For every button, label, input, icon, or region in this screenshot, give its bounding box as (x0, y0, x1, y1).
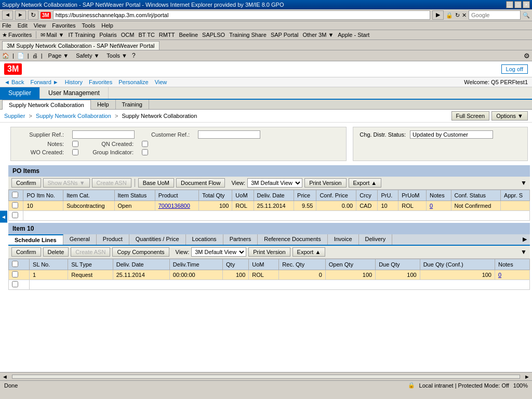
fav-favorites[interactable]: ★ Favorites (2, 32, 32, 38)
breadcrumb-supplier[interactable]: Supplier (4, 113, 25, 119)
detail-create-asn-button[interactable]: Create ASN (71, 247, 110, 257)
detail-tab-locations[interactable]: Locations (186, 234, 223, 245)
fav-mail[interactable]: ✉ Mail ▼ (41, 32, 64, 38)
detail-notes-cell[interactable]: 0 (495, 270, 529, 280)
page-icon[interactable]: 📄 (17, 52, 24, 59)
full-screen-button[interactable]: Full Screen (451, 111, 490, 121)
po-show-asns-button[interactable]: Show ASNs ▼ (43, 178, 90, 188)
detail-filter-icon[interactable]: ▼ (521, 248, 527, 256)
menu-edit[interactable]: Edit (18, 22, 28, 29)
horizontal-scrollbar[interactable]: ◄ ► (0, 372, 532, 380)
nav-back[interactable]: ◄ Back (4, 79, 24, 85)
options-button[interactable]: Options ▼ (491, 111, 528, 121)
nav-favorites[interactable]: Favorites (89, 79, 112, 85)
po-notes-cell[interactable]: 0 (427, 201, 451, 211)
po-base-uom-button[interactable]: Base UoM (138, 178, 174, 188)
menu-tools[interactable]: Tools (82, 22, 96, 29)
qn-created-checkbox[interactable] (142, 141, 148, 147)
detail-tab-product[interactable]: Product (97, 234, 129, 245)
detail-export-button[interactable]: Export ▲ (292, 247, 326, 257)
wo-created-checkbox[interactable] (72, 149, 78, 155)
po-product-cell[interactable]: 7000136800 (155, 201, 198, 211)
scroll-right-btn[interactable]: ► (522, 374, 532, 380)
left-nav-arrow[interactable]: ◄ (0, 211, 7, 223)
detail-print-version-button[interactable]: Print Version (248, 247, 290, 257)
po-row-checkbox[interactable] (12, 202, 18, 208)
fav-bt-tc[interactable]: BT TC (138, 32, 154, 38)
browser-tab[interactable]: 3M Supply Network Collaboration - SAP Ne… (2, 41, 159, 50)
subtab-help[interactable]: Help (91, 100, 116, 109)
fav-it-training[interactable]: IT Training (68, 32, 95, 38)
nav-history[interactable]: History (65, 79, 83, 85)
po-view-select[interactable]: 3M Default View (247, 178, 302, 188)
tab-supplier[interactable]: Supplier (0, 87, 40, 99)
fav-training-share[interactable]: Training Share (229, 32, 267, 38)
detail-empty-checkbox[interactable] (12, 281, 18, 287)
tools-btn[interactable]: Tools ▼ (104, 51, 130, 60)
gear-icon[interactable]: ⚙ (524, 52, 530, 60)
fav-ocm[interactable]: OCM (121, 32, 135, 38)
menu-view[interactable]: View (34, 22, 46, 29)
nav-forward[interactable]: Forward ► (30, 79, 58, 85)
detail-tab-general[interactable]: General (63, 234, 97, 245)
fav-rmtt[interactable]: RMTT (159, 32, 175, 38)
tab-user-management[interactable]: User Management (40, 87, 109, 99)
address-input[interactable] (53, 10, 430, 20)
group-indicator-checkbox[interactable] (142, 149, 148, 155)
detail-row-checkbox[interactable] (12, 271, 18, 277)
page-menu-btn[interactable]: Page ▼ (46, 51, 72, 60)
nav-personalize[interactable]: Personalize (118, 79, 148, 85)
fav-beeline[interactable]: Beeline (179, 32, 198, 38)
po-export-button[interactable]: Export ▲ (349, 178, 382, 188)
restore-button[interactable]: □ (514, 1, 522, 8)
refresh-button[interactable]: ↻ (28, 10, 38, 20)
print-icon[interactable]: 🖨 (32, 52, 38, 59)
search-icon[interactable]: 🔍 (523, 12, 530, 19)
close-button[interactable]: × (523, 1, 530, 8)
detail-tab-quantities[interactable]: Quantities / Price (129, 234, 186, 245)
detail-confirm-button[interactable]: Confirm (11, 247, 41, 257)
fav-sap-portal[interactable]: SAP Portal (271, 32, 299, 38)
subtab-training[interactable]: Training (116, 100, 149, 109)
detail-tab-arrow[interactable]: ▶ (520, 234, 530, 245)
fav-other-3m[interactable]: Other 3M ▼ (302, 32, 334, 38)
back-button[interactable]: ◄ (2, 10, 13, 20)
browser-window-controls[interactable]: _ □ × (506, 1, 530, 8)
detail-tab-invoice[interactable]: Invoice (328, 234, 359, 245)
supplier-ref-input[interactable] (72, 130, 135, 139)
detail-tab-partners[interactable]: Partners (223, 234, 258, 245)
po-filter-icon[interactable]: ▼ (521, 179, 527, 187)
fav-saplso[interactable]: SAPLSO (202, 32, 225, 38)
go-button[interactable]: ▶ (432, 10, 444, 20)
home-icon[interactable]: 🏠 (2, 52, 9, 59)
detail-delete-button[interactable]: Delete (43, 247, 69, 257)
menu-file[interactable]: File (2, 22, 11, 29)
detail-select-all[interactable] (12, 261, 18, 267)
safety-btn[interactable]: Safety ▼ (73, 51, 102, 60)
detail-copy-components-button[interactable]: Copy Components (112, 247, 169, 257)
subtab-snc[interactable]: Supply Network Collaboration (2, 100, 91, 110)
po-confirm-button[interactable]: Confirm (11, 178, 41, 188)
po-select-all-checkbox[interactable] (12, 192, 18, 198)
menu-help[interactable]: Help (101, 22, 113, 29)
stop-icon[interactable]: ✕ (462, 12, 467, 19)
fav-apple-start[interactable]: Apple - Start (338, 32, 369, 38)
customer-ref-input[interactable] (198, 130, 260, 139)
detail-tab-reference-docs[interactable]: Reference Documents (258, 234, 327, 245)
po-create-asn-button[interactable]: Create ASN (92, 178, 131, 188)
minimize-button[interactable]: _ (506, 1, 513, 8)
logoff-button[interactable]: Log off (501, 64, 528, 74)
help-icon[interactable]: ? (132, 52, 136, 59)
nav-view[interactable]: View (155, 79, 167, 85)
refresh-icon[interactable]: ↻ (455, 12, 460, 19)
detail-view-select[interactable]: 3M Default View (191, 247, 246, 257)
po-print-version-button[interactable]: Print Version (304, 178, 346, 188)
detail-tab-delivery[interactable]: Delivery (359, 234, 393, 245)
detail-tab-schedule-lines[interactable]: Schedule Lines (8, 234, 63, 245)
search-input[interactable] (469, 10, 521, 20)
breadcrumb-snc1[interactable]: Supply Network Collaboration (36, 113, 111, 119)
scroll-left-btn[interactable]: ◄ (0, 374, 10, 380)
fav-polaris[interactable]: Polaris (99, 32, 117, 38)
po-empty-checkbox[interactable] (12, 212, 18, 218)
po-doc-flow-button[interactable]: Document Flow (176, 178, 225, 188)
